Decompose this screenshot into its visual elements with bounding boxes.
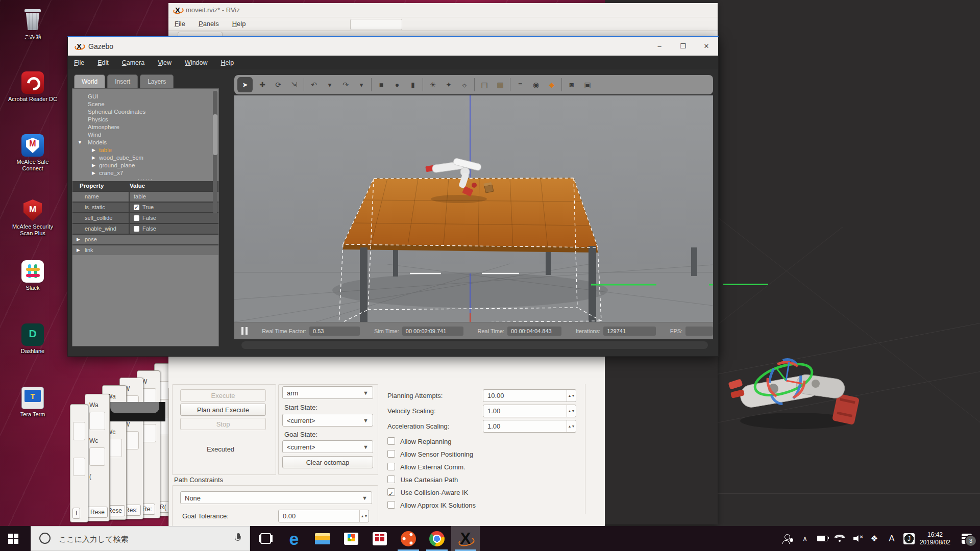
microsoft-store-icon[interactable] xyxy=(337,526,365,551)
tree-item[interactable]: Physics xyxy=(72,116,218,123)
log-record-icon[interactable]: ▣ xyxy=(581,79,594,91)
toolbar-separator[interactable] xyxy=(423,78,423,91)
box-shape-icon[interactable]: ■ xyxy=(375,79,387,91)
checkbox-row[interactable]: Use Collision-Aware IK xyxy=(383,486,587,499)
wifi-icon[interactable] xyxy=(831,526,848,551)
checkbox[interactable] xyxy=(387,450,395,458)
action-center-button[interactable]: 3 xyxy=(953,526,980,551)
checkbox[interactable] xyxy=(387,488,395,496)
copy-icon[interactable]: ▤ xyxy=(478,79,491,91)
model-tree-item[interactable]: ground_plane xyxy=(72,162,218,169)
taskbar-clock[interactable]: 16:42 2019/08/02 xyxy=(920,531,950,546)
tree-item[interactable]: Wind xyxy=(72,131,218,139)
spinner-arrows-icon[interactable]: ▲▼ xyxy=(359,510,369,522)
ime-a-icon[interactable] xyxy=(883,526,900,551)
paste-icon[interactable]: ▥ xyxy=(494,79,506,91)
maximize-button[interactable]: ❒ xyxy=(671,37,695,56)
menu-item[interactable]: View xyxy=(158,59,172,66)
start-button[interactable] xyxy=(0,526,31,551)
checkbox-row[interactable]: Use Cartesian Path xyxy=(383,473,587,486)
menu-item[interactable]: Panels xyxy=(199,20,219,28)
reset-button[interactable]: Rese xyxy=(87,507,108,518)
translate-tool-icon[interactable]: ✚ xyxy=(256,79,268,91)
chrome-icon[interactable] xyxy=(423,526,451,551)
reset-button[interactable]: I xyxy=(72,508,80,519)
mcafee-security-scan[interactable]: McAfee Security Scan Plus xyxy=(7,199,58,237)
property-row[interactable]: enable_wind False xyxy=(72,223,218,234)
file-explorer-icon[interactable] xyxy=(308,526,337,551)
cylinder-shape-icon[interactable]: ▮ xyxy=(407,79,419,91)
property-row[interactable]: self_collide False xyxy=(72,212,218,223)
chevron-up-icon[interactable] xyxy=(796,526,814,551)
checkbox[interactable] xyxy=(387,437,395,445)
tree-item[interactable]: Spherical Coordinates xyxy=(72,108,218,116)
checkbox-row[interactable]: Allow Sensor Positioning xyxy=(383,448,587,461)
directional-light-icon[interactable]: ☼ xyxy=(458,79,471,91)
option-spinbox[interactable]: 1.00 ▲▼ xyxy=(483,420,576,433)
task-view-icon[interactable] xyxy=(251,526,280,551)
option-spinbox[interactable]: 10.00 ▲▼ xyxy=(483,389,576,402)
select-tool-icon[interactable]: ➤ xyxy=(237,77,253,92)
checkbox[interactable] xyxy=(134,226,139,232)
goal-tolerance-spinbox[interactable]: 0.00 ▲▼ xyxy=(278,510,369,522)
people-icon[interactable] xyxy=(779,526,796,551)
timeline-scrollbar[interactable] xyxy=(241,341,708,349)
redo-menu-icon[interactable]: ▾ xyxy=(355,79,368,91)
panel-tab[interactable]: Layers xyxy=(140,74,174,88)
battery-icon[interactable] xyxy=(814,526,831,551)
scale-tool-icon[interactable]: ⇲ xyxy=(288,79,300,91)
align-icon[interactable]: ≡ xyxy=(514,79,526,91)
redo-icon[interactable]: ↷ xyxy=(339,79,352,91)
ubuntu-icon[interactable] xyxy=(394,526,423,551)
toolbar-separator[interactable] xyxy=(371,78,372,91)
toolbar-separator[interactable] xyxy=(510,78,510,91)
xserver-icon[interactable] xyxy=(451,526,480,551)
menu-item[interactable]: File xyxy=(175,20,185,28)
menu-item[interactable]: Edit xyxy=(97,59,109,66)
dropbox-icon[interactable] xyxy=(866,526,883,551)
checkbox[interactable] xyxy=(387,475,395,483)
view-angle-icon[interactable]: ◆ xyxy=(546,79,558,91)
option-spinbox[interactable]: 1.00 ▲▼ xyxy=(483,405,576,417)
microphone-icon[interactable] xyxy=(234,533,242,544)
close-button[interactable]: ✕ xyxy=(695,37,718,56)
toolbar-separator[interactable] xyxy=(474,78,475,91)
scrollbar-thumb[interactable] xyxy=(213,114,217,155)
rviz-title-bar[interactable]: moveit.rviz* - RViz xyxy=(168,3,718,17)
rotate-tool-icon[interactable]: ⟳ xyxy=(272,79,284,91)
tera-term[interactable]: Tera Term xyxy=(7,387,58,418)
spinner-arrows-icon[interactable]: ▲▼ xyxy=(567,405,576,417)
checkbox[interactable] xyxy=(134,215,139,221)
tree-item[interactable]: GUI xyxy=(72,93,218,101)
checkbox[interactable] xyxy=(387,463,395,470)
checkbox-row[interactable]: Allow Replanning xyxy=(383,435,587,448)
checkbox[interactable] xyxy=(387,501,395,509)
pause-icon[interactable] xyxy=(241,327,248,335)
toolbar-separator[interactable] xyxy=(304,78,304,91)
property-group-row[interactable]: pose xyxy=(72,234,218,244)
slack[interactable]: Slack xyxy=(7,260,58,291)
minimize-button[interactable]: – xyxy=(648,37,671,56)
tree-item[interactable]: Atmosphere xyxy=(72,123,218,131)
search-input[interactable] xyxy=(58,527,218,551)
plan-and-execute-button[interactable]: Plan and Execute xyxy=(180,404,266,416)
model-tree-item[interactable]: table xyxy=(72,146,218,154)
spot-light-icon[interactable]: ✦ xyxy=(443,79,455,91)
tree-item[interactable]: ▼ Models xyxy=(72,139,218,146)
sphere-shape-icon[interactable]: ● xyxy=(391,79,403,91)
acrobat-reader[interactable]: Acrobat Reader DC xyxy=(7,71,58,103)
goal-state-dropdown[interactable]: <current> xyxy=(282,440,373,453)
snap-icon[interactable]: ◉ xyxy=(530,79,542,91)
caret-icon[interactable]: ▼ xyxy=(78,139,82,146)
checkbox[interactable] xyxy=(134,205,139,210)
menu-item[interactable]: Help xyxy=(221,59,234,66)
screenshot-icon[interactable]: ◙ xyxy=(566,79,578,91)
undo-menu-icon[interactable]: ▾ xyxy=(324,79,336,91)
planning-group-dropdown[interactable]: arm xyxy=(282,386,373,399)
edge-icon[interactable] xyxy=(280,526,308,551)
rviz-robot-model[interactable] xyxy=(725,332,888,454)
menu-item[interactable]: Help xyxy=(232,20,246,28)
gazebo-3d-viewport[interactable] xyxy=(234,95,713,322)
property-row[interactable]: is_static True xyxy=(72,202,218,212)
execute-button[interactable]: Execute xyxy=(180,389,266,402)
